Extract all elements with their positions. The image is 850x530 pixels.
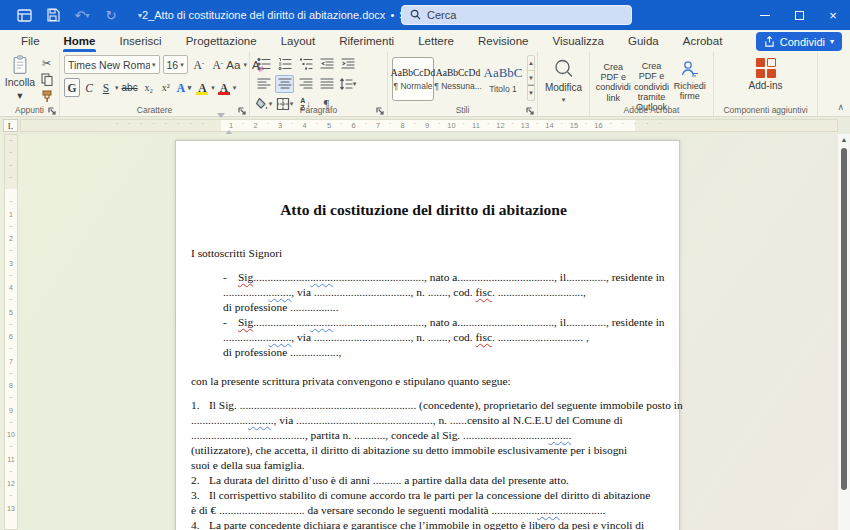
tab-inserisci[interactable]: Inserisci [108,30,172,52]
addins-button[interactable]: Add-ins [718,55,813,105]
hruler-dot: · [389,120,391,127]
superscript-button[interactable]: x² [158,78,174,97]
paragraph-agreement: con la presente scrittura privata conven… [191,374,656,389]
styles-scroll-up-icon[interactable]: ▲ [528,56,534,71]
tab-riferimenti[interactable]: Riferimenti [328,30,405,52]
paste-button[interactable]: Incolla ▾ [4,55,36,101]
vertical-ruler[interactable]: 1–2–3–4–5–6–7–8–9–10–11–12–13––––– [4,134,18,530]
strikethrough-button[interactable]: abc [120,78,140,97]
italic-button[interactable]: C [81,78,97,97]
font-size-select[interactable]: 16▾ [163,55,188,74]
hruler-number: 3 [278,121,282,130]
bullet-item-2-line-3: di professione ................., [191,345,656,360]
search-box[interactable] [401,5,632,25]
hruler-dot: · [585,120,587,127]
bold-button[interactable]: G [64,78,80,97]
tab-stop-selector[interactable]: L [3,119,18,132]
redo-icon[interactable]: ↻ [103,7,119,23]
word-app-icon[interactable] [16,7,32,23]
share-button[interactable]: Condividi ▾ [756,32,842,51]
clipboard-dialog-launcher-icon[interactable] [48,105,57,114]
change-case-button[interactable]: Aa ▾ [229,55,245,74]
cut-icon[interactable]: ✂ [38,57,55,70]
save-icon[interactable] [45,7,61,23]
tab-revisione[interactable]: Revisione [467,30,540,52]
style-card-normale[interactable]: AaBbCcDd ¶ Normale [392,57,434,101]
font-color-bar [218,92,230,95]
vruler-dot: – [5,370,17,376]
close-button[interactable]: × [816,0,850,30]
hruler-number: 14 [545,121,553,130]
modify-button[interactable]: Modifica ▾ [542,55,585,105]
create-pdf-outlook-button[interactable]: Crea PDF e condividi tramite Outlook [632,55,670,103]
scrollbar-thumb[interactable] [841,148,847,490]
highlight-button[interactable]: A [194,78,210,97]
hruler-number: 2 [253,121,257,130]
tab-visualizza[interactable]: Visualizza [541,30,615,52]
vruler-number: 3 [5,259,17,266]
ribbon: Incolla ▾ ✂ Appunti Times New Roman▾ 16▾… [0,52,850,117]
vruler-dot: – [5,162,17,168]
format-painter-icon[interactable] [38,90,55,103]
styles-scroll-down-icon[interactable]: ▼ [528,71,534,86]
grow-font-button[interactable]: Aˆ [191,55,207,74]
font-color-chevron-icon[interactable]: ▾ [233,84,237,92]
request-signatures-button[interactable]: Richiedi firme [671,55,709,103]
hruler-dot: · [116,120,118,127]
numbering-icon[interactable] [275,55,294,73]
font-name-select[interactable]: Times New Roman▾ [64,55,160,74]
scroll-up-icon[interactable]: ▲ [839,136,849,146]
subscript-button[interactable]: x₂ [141,78,157,97]
search-input[interactable] [427,9,597,21]
tab-guida[interactable]: Guida [617,30,670,52]
styles-more-icon[interactable]: ▼ [528,85,534,100]
minimize-button[interactable] [748,0,782,30]
share-chevron-icon: ▾ [830,37,834,46]
tab-file[interactable]: File [10,30,51,52]
vruler-dot: – [5,321,17,327]
justify-icon[interactable] [317,75,336,93]
tab-progettazione[interactable]: Progettazione [175,30,268,52]
hruler-number: 8 [400,121,404,130]
numbered-item-1-line-4: (utilizzatore), che accetta, il diritto … [191,443,656,458]
document-page[interactable]: Atto di costituzione del diritto di abit… [175,140,680,530]
numbered-item-3: 3.Il corrispettivo stabilito di comune a… [191,488,656,518]
underline-chevron-icon[interactable]: ▾ [115,84,119,92]
group-adobe-acrobat: Crea PDF e condividi link Crea PDF e con… [590,52,714,116]
tab-layout[interactable]: Layout [270,30,327,52]
shrink-font-button[interactable]: Aˇ [210,55,226,74]
font-dialog-launcher-icon[interactable] [238,105,247,114]
hruler-number: 9 [425,121,429,130]
increase-indent-icon[interactable] [338,55,357,73]
align-right-icon[interactable] [296,75,315,93]
left-indent-marker[interactable] [217,118,226,134]
collapse-ribbon-icon[interactable]: ∧ [837,102,844,112]
decrease-indent-icon[interactable] [317,55,336,73]
hruler-dot: · [153,120,155,127]
styles-dialog-launcher-icon[interactable] [526,105,535,114]
bullets-icon[interactable] [254,55,273,73]
copy-icon[interactable] [38,73,55,86]
align-center-icon[interactable] [275,75,294,93]
highlight-chevron-icon[interactable]: ▾ [211,84,215,92]
font-color-button[interactable]: A [216,78,232,97]
line-spacing-icon[interactable]: ▾ [338,75,357,93]
tab-lettere[interactable]: Lettere [407,30,465,52]
hruler-number: 13 [521,121,529,130]
create-pdf-link-button[interactable]: Crea PDF e condividi link [594,55,632,103]
underline-button[interactable]: S [98,78,114,97]
tab-home[interactable]: Home [53,30,107,52]
vruler-number: 5 [5,308,17,315]
align-left-icon[interactable] [254,75,273,93]
undo-icon[interactable]: ↶▾ [74,7,90,23]
multilevel-list-icon[interactable] [296,55,315,73]
style-card-nessuna-spaziatura[interactable]: AaBbCcDd ¶ Nessuna... [437,57,479,101]
tab-acrobat[interactable]: Acrobat [672,30,734,52]
text-effects-button[interactable]: A ▾ [175,78,194,97]
paragraph-dialog-launcher-icon[interactable] [376,105,385,114]
horizontal-ruler[interactable]: 1·2·3·4·5·6·7·8·9·10·11·12·13·14·15·16··… [20,119,838,132]
undo-chevron-icon[interactable]: ▾ [85,11,89,20]
vertical-scrollbar[interactable]: ▲ [838,134,850,530]
maximize-button[interactable] [782,0,816,30]
style-card-titolo-1[interactable]: AaBbC Titolo 1 [482,57,524,101]
